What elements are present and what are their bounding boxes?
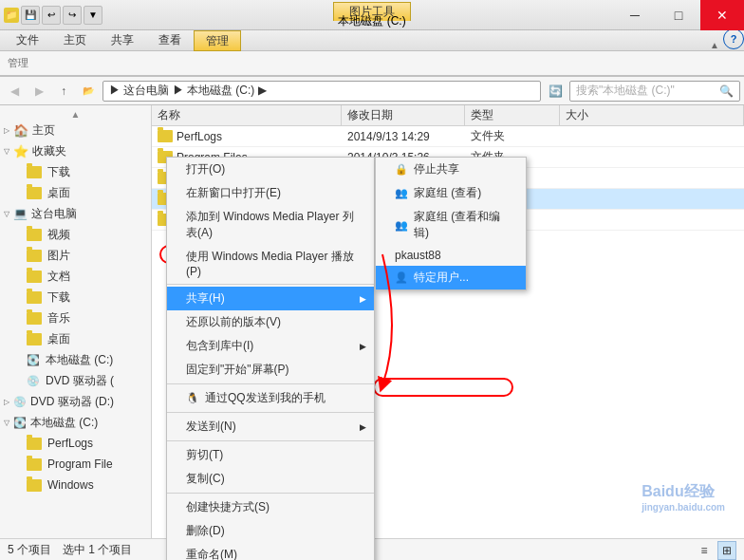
status-right: ≡ ⊞ [695,541,736,560]
ctx-rename[interactable]: 重命名(M) [167,543,374,560]
folder-icon [27,166,42,178]
ribbon: 文件 主页 共享 查看 管理 ▲ ? 管理 [0,30,744,77]
ctx-play-wmp[interactable]: 使用 Windows Media Player 播放(P) [167,245,374,282]
submenu-stop-share[interactable]: 🔒 停止共享 [376,158,526,181]
ctx-copy[interactable]: 复制(C) [167,467,374,491]
search-box[interactable]: 搜索"本地磁盘 (C:)" 🔍 [569,81,740,102]
sidebar-item-dvd-d[interactable]: ▷ 💿 DVD 驱动器 (D:) [0,391,151,412]
sidebar-item-perflogs[interactable]: PerfLogs [0,433,151,454]
search-placeholder: 搜索"本地磁盘 (C:)" [576,83,675,99]
help-button[interactable]: ? [723,28,744,49]
refresh-button[interactable]: 🔄 [545,81,566,102]
status-selection: 选中 1 个项目 [63,542,132,558]
sidebar-scroll-up[interactable]: ▲ [0,109,151,120]
sidebar-label: PerfLogs [47,437,93,450]
sidebar-item-windows[interactable]: Windows [0,475,151,495]
tab-file[interactable]: 文件 [4,29,51,50]
sidebar-item-local-c2[interactable]: ▽ 💽 本地磁盘 (C:) [0,412,151,433]
sidebar-label: Windows [47,478,94,492]
sidebar-label: 下载 [47,289,70,306]
col-date[interactable]: 修改日期 [342,105,465,125]
folder-icon [27,312,42,325]
table-row[interactable]: PerfLogs 2014/9/13 14:29 文件夹 [152,126,744,147]
sidebar-item-desktop2[interactable]: 桌面 [0,328,151,349]
sidebar-item-dvd1[interactable]: 💿 DVD 驱动器 ( [0,370,151,391]
location-button[interactable]: 📂 [78,81,99,102]
ctx-pin-start-label: 固定到"开始"屏幕(P) [186,362,289,378]
col-type[interactable]: 类型 [465,105,560,125]
sidebar-item-downloads2[interactable]: 下载 [0,287,151,308]
maximize-button[interactable]: □ [657,0,700,30]
submenu-homegroup-view[interactable]: 👥 家庭组 (查看) [376,181,526,205]
qq-icon: 🐧 [186,392,199,404]
sidebar-label: Program File [47,457,113,471]
sidebar-item-documents[interactable]: 文档 [0,266,151,287]
sidebar-label: 视频 [47,227,70,243]
home-icon: 🏠 [13,123,28,138]
person-icon: 👤 [395,271,408,284]
ctx-open[interactable]: 打开(O) [167,158,374,181]
tab-manage[interactable]: 管理 [194,30,241,51]
sidebar-item-desktop[interactable]: 桌面 [0,182,151,203]
chevron-icon: ▷ [4,398,9,406]
sidebar: ▲ ▷ 🏠 主页 ▽ ⭐ 收藏夹 下载 桌面 ▽ 💻 [0,105,152,538]
sidebar-item-home[interactable]: ▷ 🏠 主页 [0,120,151,140]
sidebar-label: DVD 驱动器 ( [46,373,114,389]
drive-icon: 💽 [13,417,27,429]
ribbon-collapse[interactable]: ▲ [710,40,719,50]
folder-icon [27,187,42,199]
redo-btn[interactable]: ↪ [63,6,82,25]
ctx-delete[interactable]: 删除(D) [167,519,374,543]
sidebar-item-programfiles[interactable]: Program File [0,454,151,475]
save-btn[interactable]: 💾 [21,6,40,25]
col-size[interactable]: 大小 [560,105,744,125]
ctx-open-new-window[interactable]: 在新窗口中打开(E) [167,181,374,205]
ctx-separator2 [167,383,374,384]
up-button[interactable]: ↑ [53,81,74,102]
dropdown-btn[interactable]: ▼ [84,6,102,25]
ctx-separator5 [167,493,374,494]
sidebar-item-videos[interactable]: 视频 [0,224,151,245]
sidebar-item-local-c[interactable]: 💽 本地磁盘 (C:) [0,349,151,370]
ctx-add-wmp-label: 添加到 Windows Media Player 列表(A) [186,209,355,241]
ctx-pin-start[interactable]: 固定到"开始"屏幕(P) [167,358,374,382]
chevron-icon: ▷ [4,126,9,135]
ctx-separator [167,284,374,285]
address-text: ▶ 这台电脑 ▶ 本地磁盘 (C:) ▶ [109,83,267,99]
star-icon: ⭐ [13,144,28,159]
sidebar-item-thispc[interactable]: ▽ 💻 这台电脑 [0,203,151,224]
tab-home[interactable]: 主页 [51,29,99,50]
close-button[interactable]: ✕ [700,0,744,30]
submenu-user-pkaust88[interactable]: pkaust88 [376,245,526,266]
watermark-text: Baidu经验 [642,482,725,502]
undo-btn[interactable]: ↩ [42,6,61,25]
file-date: 2014/9/13 14:29 [342,130,465,143]
ctx-send-to[interactable]: 发送到(N) [167,415,374,439]
submenu-homegroup-edit[interactable]: 👥 家庭组 (查看和编辑) [376,205,526,245]
status-count: 5 个项目 [8,542,51,558]
forward-button[interactable]: ▶ [28,81,49,102]
ctx-include-library[interactable]: 包含到库中(I) [167,334,374,358]
ctx-create-shortcut[interactable]: 创建快捷方式(S) [167,495,374,519]
minimize-button[interactable]: ─ [613,0,657,30]
sidebar-item-music[interactable]: 音乐 [0,308,151,328]
tab-view[interactable]: 查看 [146,29,194,50]
ctx-add-wmp[interactable]: 添加到 Windows Media Player 列表(A) [167,205,374,245]
sidebar-item-downloads[interactable]: 下载 [0,161,151,182]
sidebar-item-favorites[interactable]: ▽ ⭐ 收藏夹 [0,140,151,161]
list-view-button[interactable]: ≡ [695,541,714,560]
submenu-specific-user[interactable]: 👤 特定用户... [376,266,526,289]
ctx-cut[interactable]: 剪切(T) [167,443,374,467]
ctx-restore-versions[interactable]: 还原以前的版本(V) [167,310,374,334]
folder-icon [27,291,42,304]
sidebar-label: 图片 [47,248,70,264]
col-name[interactable]: 名称 [152,105,342,125]
ctx-include-library-label: 包含到库中(I) [186,338,253,354]
back-button[interactable]: ◀ [4,81,25,102]
address-path[interactable]: ▶ 这台电脑 ▶ 本地磁盘 (C:) ▶ [102,81,541,102]
tab-share[interactable]: 共享 [99,29,146,50]
ctx-share[interactable]: 共享(H) [167,287,374,310]
ctx-qq-send[interactable]: 🐧 通过QQ发送到我的手机 [167,386,374,410]
details-view-button[interactable]: ⊞ [717,541,736,560]
sidebar-item-pictures[interactable]: 图片 [0,245,151,266]
